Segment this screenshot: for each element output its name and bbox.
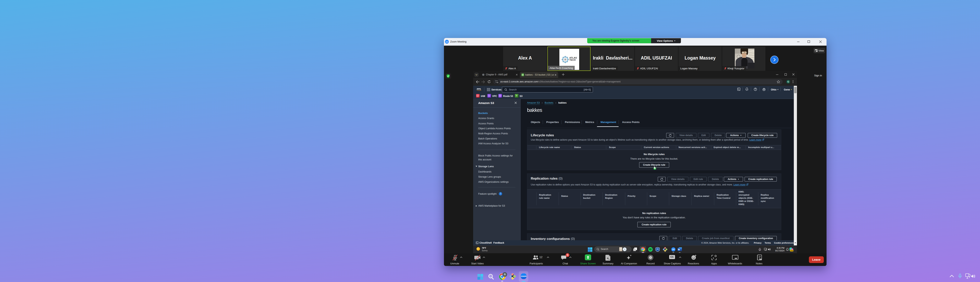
svg-text:aws: aws bbox=[477, 87, 481, 90]
svg-text:zm: zm bbox=[446, 41, 448, 43]
svg-text:W: W bbox=[678, 249, 680, 251]
